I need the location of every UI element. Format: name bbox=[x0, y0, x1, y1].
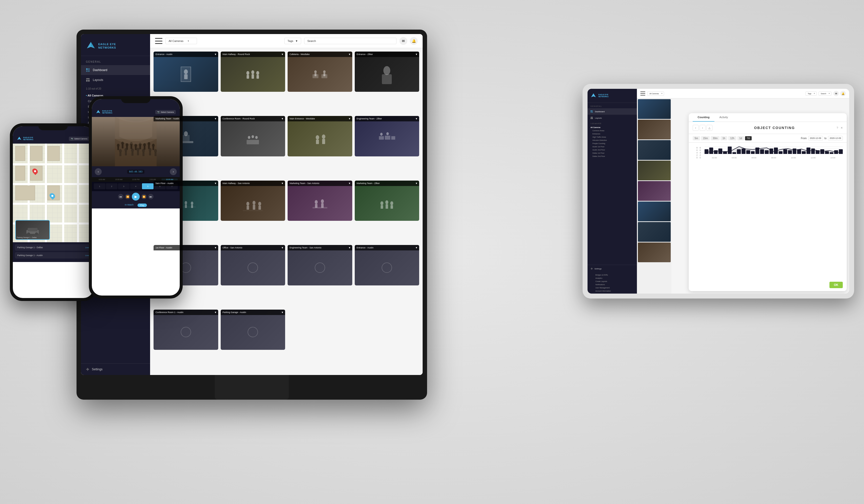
nav-camera-btn[interactable]: △ bbox=[707, 125, 712, 131]
tablet-thumb-3[interactable] bbox=[638, 140, 671, 160]
map-thumbnail[interactable]: Parking Garage 1 - Dallas bbox=[15, 220, 50, 240]
camera-cell-2[interactable]: Cafeteria - Westlake ▾ bbox=[288, 51, 352, 92]
camera-menu-btn-13[interactable]: ▾ bbox=[282, 246, 283, 249]
phone-middle-prev[interactable]: ‹ bbox=[95, 168, 102, 175]
camera-cell-16[interactable]: Conference Room 1 - Austin ▾ bbox=[154, 310, 218, 350]
camera-menu-btn-12[interactable]: ▾ bbox=[215, 246, 216, 249]
nav-prev-btn[interactable]: ‹ bbox=[693, 125, 699, 131]
camera-menu-btn-4[interactable]: ▾ bbox=[215, 117, 216, 120]
tablet-mail-btn[interactable]: ✉ bbox=[833, 91, 839, 96]
tablet-settings-users[interactable]: User Management bbox=[590, 286, 634, 290]
tablet-item-dashboard[interactable]: Dashboard bbox=[588, 108, 637, 115]
tablet-tags-dropdown[interactable]: Tags bbox=[805, 91, 817, 96]
phone-middle-next[interactable]: › bbox=[170, 168, 177, 175]
tablet-cam-entrances[interactable]: Entrances bbox=[588, 132, 637, 135]
hamburger-button[interactable] bbox=[155, 38, 163, 44]
camera-cell-17[interactable]: Parking Garage - Austin ▾ bbox=[221, 310, 285, 350]
camera-cell-6[interactable]: Main Entrance - Westlake ▾ bbox=[288, 116, 352, 156]
tl-date-3[interactable]: 3 bbox=[118, 183, 130, 189]
tablet-thumb-7[interactable] bbox=[638, 222, 671, 242]
tablet-cam-austin-1st[interactable]: Austin 1st Floor bbox=[588, 145, 637, 148]
rewind-btn[interactable]: ⏪ bbox=[125, 194, 130, 199]
tablet-item-layouts[interactable]: Layouts bbox=[588, 115, 637, 121]
tablet-cam-intrusion[interactable]: Intrusion Detection bbox=[588, 139, 637, 142]
camera-menu-btn-9[interactable]: ▾ bbox=[282, 182, 283, 185]
sidebar-item-layouts[interactable]: Layouts bbox=[81, 75, 150, 85]
tablet-settings-layouts[interactable]: Create Layouts bbox=[590, 280, 634, 283]
tablet-settings-account[interactable]: Account Information bbox=[590, 290, 634, 293]
camera-menu-btn-14[interactable]: ▾ bbox=[349, 246, 350, 249]
tablet-settings-notifications[interactable]: Notifications bbox=[590, 283, 634, 286]
camera-cell-5[interactable]: Conference Room - Round Rock ▾ bbox=[221, 116, 285, 156]
counting-close-btn[interactable]: ✕ bbox=[841, 126, 843, 130]
tablet-cam-dallas-1st[interactable]: Dallas 1st Floor bbox=[588, 151, 637, 155]
camera-menu-btn-6[interactable]: ▾ bbox=[349, 117, 350, 120]
camera-cell-11[interactable]: Marketing Team - Zilker ▾ bbox=[355, 181, 419, 221]
tl-date-4[interactable]: 4 bbox=[130, 183, 142, 189]
tablet-thumb-1[interactable] bbox=[638, 99, 671, 119]
sidebar-item-dashboard[interactable]: Dashboard bbox=[81, 65, 150, 75]
phone-left-cam-item-2[interactable]: Parking Garage 1 - Austin Live bbox=[15, 252, 91, 259]
time-btn-5m[interactable]: 5m bbox=[693, 136, 700, 140]
tablet-thumb-6[interactable] bbox=[638, 201, 671, 221]
phone-play-btn[interactable]: Play bbox=[137, 204, 147, 207]
camera-cell-9[interactable]: Main Hallway - San Antonio ▾ bbox=[221, 181, 285, 221]
tablet-settings-bridges[interactable]: Bridges & DVRs bbox=[590, 273, 634, 276]
tl-date-5[interactable]: 5 bbox=[142, 183, 154, 189]
bell-button[interactable]: 🔔 bbox=[410, 37, 418, 45]
tags-dropdown[interactable]: Tags ▼ bbox=[284, 38, 301, 44]
camera-cell-0[interactable]: Entrance - Austin ▾ bbox=[154, 51, 218, 92]
camera-cell-10[interactable]: Marketing Team - San Antonio ▾ bbox=[288, 181, 352, 221]
tablet-cam-high-traffic[interactable]: High Traffic Areas bbox=[588, 135, 637, 139]
tablet-all-cameras-dropdown[interactable]: All Cameras bbox=[647, 91, 664, 96]
tablet-cam-people-counting[interactable]: People Counting bbox=[588, 142, 637, 145]
tablet-cam-dallas-2nd[interactable]: Dallas 2nd Floor bbox=[588, 155, 637, 158]
camera-menu-btn-10[interactable]: ▾ bbox=[349, 182, 350, 185]
skip-forward-btn[interactable]: ⏭ bbox=[148, 194, 154, 199]
camera-cell-3[interactable]: Entrance - Zilker ▾ bbox=[355, 51, 419, 92]
tl-date-1[interactable]: 1 bbox=[94, 183, 105, 189]
phone-middle-video[interactable] bbox=[92, 117, 180, 166]
phone-middle-select-camera[interactable]: 📷 Select Camera bbox=[155, 110, 176, 114]
nav-next-btn[interactable]: › bbox=[699, 125, 706, 131]
tl-cell-5[interactable]: 10:00 AM bbox=[161, 179, 178, 180]
tablet-all-cameras[interactable]: All Cameras bbox=[588, 126, 637, 129]
skip-back-btn[interactable]: ⏮ bbox=[118, 194, 123, 199]
all-cameras-dropdown[interactable]: All Cameras bbox=[165, 38, 197, 44]
tablet-settings-analytics[interactable]: Analytics bbox=[590, 276, 634, 280]
camera-cell-14[interactable]: Engineering Team - San Antonio ▾ bbox=[288, 245, 352, 285]
camera-menu-btn-17[interactable]: ▾ bbox=[282, 311, 283, 314]
in-watch-btn[interactable]: In-Watch bbox=[125, 204, 134, 207]
tablet-cam-common-areas[interactable]: Common Areas bbox=[588, 129, 637, 132]
tablet-cam-austin-2nd[interactable]: Austin 2nd Floor bbox=[588, 148, 637, 151]
camera-cell-1[interactable]: Main Hallway - Round Rock ▾ bbox=[221, 51, 285, 92]
phone-left-cam-item-1[interactable]: Parking Garage 1 - Dallas Live bbox=[15, 244, 91, 251]
tl-date-2[interactable]: 2 bbox=[106, 183, 118, 189]
camera-cell-7[interactable]: Engineering Team - Zilker ▾ bbox=[355, 116, 419, 156]
search-input[interactable]: Search bbox=[304, 38, 396, 44]
camera-menu-btn-16[interactable]: ▾ bbox=[215, 311, 216, 314]
counting-help-btn[interactable]: ? bbox=[837, 126, 838, 129]
camera-cell-15[interactable]: Entrance - Austin ▾ bbox=[355, 245, 419, 285]
phone-left-map[interactable]: Parking Garage 1 - Dallas bbox=[13, 144, 93, 242]
camera-menu-btn-3[interactable]: ▾ bbox=[416, 52, 417, 56]
camera-menu-btn-8[interactable]: ▾ bbox=[215, 182, 216, 185]
camera-menu-btn-5[interactable]: ▾ bbox=[282, 117, 283, 120]
camera-cell-13[interactable]: Office - San Antonio ▾ bbox=[221, 245, 285, 285]
tablet-thumb-4[interactable] bbox=[638, 161, 671, 180]
tab-counting[interactable]: Counting bbox=[693, 113, 715, 122]
camera-menu-btn-2[interactable]: ▾ bbox=[349, 52, 350, 56]
phone-left-select-camera[interactable]: 📷 Select Camera bbox=[69, 137, 89, 141]
play-btn[interactable]: ▶ bbox=[132, 193, 140, 200]
sidebar-settings[interactable]: Settings bbox=[81, 364, 150, 375]
tablet-thumb-8[interactable] bbox=[638, 243, 671, 262]
camera-menu-btn-1[interactable]: ▾ bbox=[282, 52, 283, 56]
mail-button[interactable]: ✉ bbox=[399, 37, 407, 45]
camera-menu-btn-15[interactable]: ▾ bbox=[416, 246, 417, 249]
camera-menu-btn-0[interactable]: ▾ bbox=[215, 52, 216, 56]
camera-menu-btn-11[interactable]: ▾ bbox=[416, 182, 417, 185]
forward-btn[interactable]: ⏩ bbox=[141, 194, 147, 199]
ok-button[interactable]: OK bbox=[829, 282, 843, 288]
tablet-settings[interactable]: Settings bbox=[588, 265, 637, 272]
tablet-thumb-5[interactable] bbox=[638, 181, 671, 201]
